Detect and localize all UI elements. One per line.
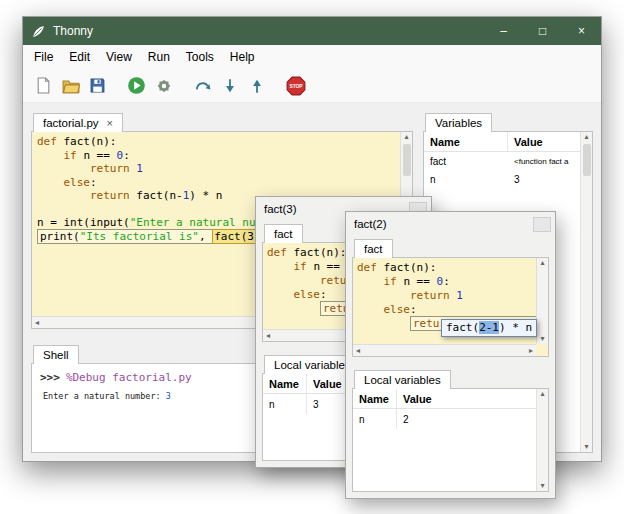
scroll-down-icon[interactable]: ▾ [540, 334, 544, 344]
local-variable-row-n[interactable]: n 2 [353, 409, 548, 429]
stop-icon: STOP [286, 76, 306, 96]
scroll-up-icon[interactable]: ▴ [404, 132, 408, 142]
menu-item-tools[interactable]: Tools [178, 50, 222, 64]
tab-variables[interactable]: Variables [425, 113, 492, 132]
debug-script-button[interactable] [151, 73, 176, 98]
frame-hscrollbar[interactable]: ◂▸ [353, 344, 536, 356]
shell-tab-label: Shell [43, 349, 69, 361]
local-variables-header: Local variables [354, 370, 451, 389]
menu-item-file[interactable]: File [26, 50, 61, 64]
variable-row-n[interactable]: n 3 [424, 170, 592, 188]
step-into-icon [221, 77, 239, 95]
step-out-button[interactable] [244, 73, 269, 98]
scroll-left-icon[interactable]: ◂ [35, 318, 39, 328]
new-file-button[interactable] [31, 73, 56, 98]
step-into-button[interactable] [217, 73, 242, 98]
debug-gear-icon [155, 77, 173, 95]
run-script-button[interactable] [124, 73, 149, 98]
local-variables-columns: Name Value [353, 389, 548, 409]
tab-fact[interactable]: fact [264, 224, 303, 243]
frame-code-view[interactable]: def fact(n): if n == 0: return 1 else: r… [352, 257, 549, 357]
step-over-icon [194, 77, 212, 95]
editor-tab-label: factorial.py [43, 117, 99, 129]
scroll-down-icon[interactable]: ▾ [584, 442, 588, 452]
scroll-left-icon[interactable]: ◂ [356, 346, 360, 356]
menubar: File Edit View Run Tools Help [23, 45, 601, 69]
menu-item-edit[interactable]: Edit [61, 50, 98, 64]
variables-scrollbar[interactable]: ▴ ▾ [580, 132, 592, 452]
open-folder-icon [62, 77, 80, 95]
local-variables-scrollbar[interactable]: ▴ ▾ [536, 389, 548, 491]
scroll-right-icon[interactable]: ▸ [529, 346, 533, 356]
scroll-down-icon[interactable]: ▾ [540, 481, 544, 491]
step-out-icon [248, 77, 266, 95]
tab-factorial-py[interactable]: factorial.py × [33, 113, 123, 132]
scroll-thumb[interactable] [403, 144, 411, 176]
run-icon [127, 76, 146, 95]
scroll-up-icon[interactable]: ▴ [540, 258, 544, 268]
open-file-button[interactable] [58, 73, 83, 98]
minimize-button[interactable]: – [484, 17, 523, 45]
frame-titlebar[interactable]: fact(2) [346, 212, 555, 236]
window-title: Thonny [53, 24, 93, 38]
menu-item-view[interactable]: View [98, 50, 140, 64]
variables-header: Name Value [424, 132, 592, 152]
menu-item-run[interactable]: Run [140, 50, 178, 64]
tab-close-icon[interactable]: × [107, 117, 113, 129]
frame-tabbar: fact [352, 236, 549, 257]
scroll-thumb[interactable] [583, 144, 591, 176]
debug-frame-window-fact2[interactable]: fact(2) fact def fact(n): if n == 0: ret… [345, 211, 556, 499]
evaluated-expression-popup: fact(2-1) * n [441, 319, 537, 337]
thonny-logo-icon [31, 24, 46, 39]
save-icon [89, 77, 106, 94]
maximize-button[interactable]: □ [523, 17, 562, 45]
new-file-icon [35, 77, 52, 94]
menu-item-help[interactable]: Help [222, 50, 263, 64]
shell-output-text: Enter a natural number: [43, 391, 166, 401]
shell-prompt: >>> [40, 371, 60, 384]
scroll-left-icon[interactable]: ◂ [266, 331, 270, 341]
editor-tabbar: factorial.py × [31, 109, 413, 131]
window-controls: – □ × [484, 17, 601, 45]
close-button[interactable]: × [562, 17, 601, 45]
variables-col-name[interactable]: Name [424, 132, 508, 151]
variables-tab-label: Variables [435, 117, 482, 129]
variables-tabbar: Variables [423, 109, 593, 131]
variable-row-fact[interactable]: fact <function fact a [424, 152, 592, 170]
scroll-up-icon[interactable]: ▴ [540, 389, 544, 399]
local-variables-tabbar: Local variables [352, 367, 549, 388]
frame-title: fact(2) [354, 218, 387, 230]
toolbar: STOP [23, 69, 601, 103]
local-variables-table: Name Value n 2 ▴ ▾ [352, 388, 549, 492]
frame-title: fact(3) [264, 203, 297, 215]
save-file-button[interactable] [85, 73, 110, 98]
close-button[interactable] [533, 217, 551, 232]
tab-fact[interactable]: fact [354, 239, 393, 258]
titlebar[interactable]: Thonny – □ × [23, 17, 601, 45]
svg-text:STOP: STOP [289, 84, 303, 89]
shell-input-echo: 3 [166, 391, 171, 401]
tab-shell[interactable]: Shell [33, 345, 79, 364]
shell-command: %Debug factorial.py [66, 371, 192, 384]
step-over-button[interactable] [190, 73, 215, 98]
stop-button[interactable]: STOP [283, 73, 308, 98]
scroll-up-icon[interactable]: ▴ [584, 132, 588, 142]
frame-vscrollbar[interactable]: ▴▾ [536, 258, 548, 344]
frame-body: fact def fact(n): if n == 0: return 1 el… [346, 236, 555, 498]
